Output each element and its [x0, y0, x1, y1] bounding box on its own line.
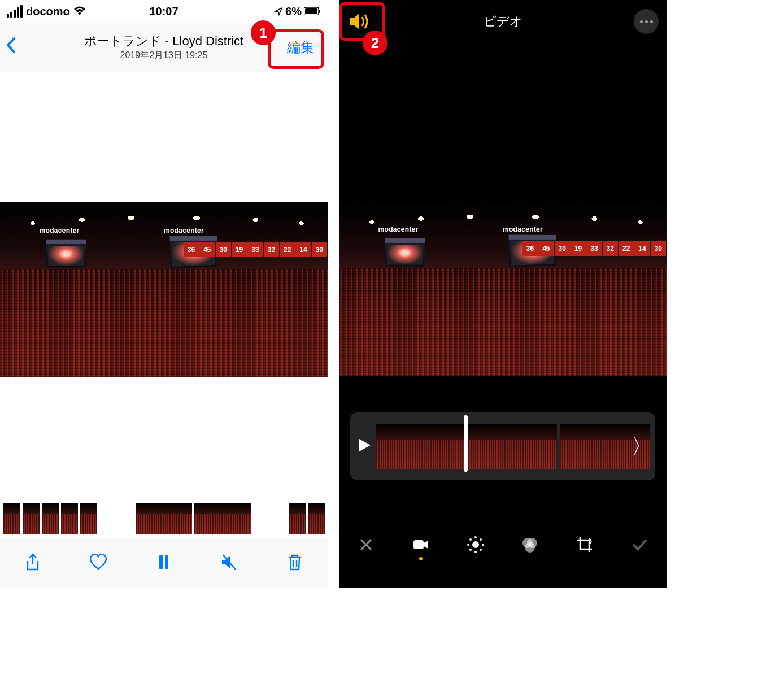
viewer-toolbar	[0, 538, 328, 588]
video-tab[interactable]	[412, 536, 430, 560]
svg-point-8	[480, 539, 481, 540]
svg-rect-5	[413, 540, 424, 549]
favorite-button[interactable]	[89, 553, 108, 574]
scrub-thumb[interactable]	[468, 424, 558, 469]
thumb[interactable]	[3, 503, 20, 534]
carrier-label: docomo	[26, 5, 70, 18]
edit-header: ビデオ	[339, 0, 667, 43]
thumb[interactable]	[308, 503, 325, 534]
video-preview-edit[interactable]: modacenter modacenter 3645 3019 3332 221…	[339, 201, 667, 376]
svg-point-11	[475, 551, 476, 553]
svg-point-12	[470, 549, 471, 550]
thumb[interactable]	[80, 503, 97, 534]
thumb[interactable]	[289, 503, 306, 534]
svg-rect-2	[319, 10, 320, 13]
left-phone-viewer: docomo 10:07 6% ポートランド - Lloyd District …	[0, 0, 328, 588]
filmstrip[interactable]	[0, 498, 328, 538]
video-scrubber[interactable]: 〈 〉	[350, 412, 655, 480]
play-button[interactable]	[356, 437, 373, 456]
trim-handle-right[interactable]: 〉	[631, 433, 652, 460]
svg-rect-1	[305, 8, 317, 14]
battery-pct: 6%	[285, 5, 302, 18]
crop-tab[interactable]	[576, 536, 594, 560]
svg-point-9	[482, 544, 484, 545]
scoreboard-ring: 3645 3019 3332 2214 30	[184, 242, 328, 257]
thumb[interactable]	[42, 503, 59, 534]
pause-button[interactable]	[154, 553, 173, 574]
wifi-icon	[73, 6, 86, 16]
filters-tab[interactable]	[521, 536, 539, 560]
svg-point-14	[470, 539, 471, 540]
done-button[interactable]	[630, 536, 648, 560]
share-button[interactable]	[23, 553, 42, 574]
annotation-badge-2: 2	[363, 31, 387, 55]
mute-button[interactable]	[220, 553, 239, 574]
location-icon	[274, 7, 283, 16]
thumb[interactable]	[136, 503, 192, 534]
signal-icon	[7, 5, 23, 18]
time-label: 10:07	[149, 5, 178, 18]
status-bar: docomo 10:07 6%	[0, 0, 328, 23]
annotation-badge-1: 1	[251, 20, 276, 45]
right-phone-editor: ビデオ 2 modacenter modacenter 3645 3019 33…	[339, 0, 667, 588]
video-preview[interactable]: modacenter modacenter 3645 3019 3332 221…	[0, 202, 328, 377]
svg-point-6	[472, 541, 479, 548]
cancel-button[interactable]	[357, 536, 375, 560]
edit-toolbar	[339, 525, 667, 571]
svg-point-13	[468, 544, 469, 545]
photo-title: ポートランド - Lloyd District	[84, 33, 243, 50]
svg-point-17	[525, 542, 535, 553]
trash-button[interactable]	[285, 553, 304, 574]
svg-rect-4	[165, 555, 168, 569]
back-button[interactable]	[6, 36, 17, 58]
more-button[interactable]	[634, 9, 659, 34]
thumb[interactable]	[23, 503, 40, 534]
thumb-current[interactable]	[194, 503, 251, 534]
scrub-thumb[interactable]	[376, 424, 466, 469]
thumb[interactable]	[61, 503, 78, 534]
annotation-box-1	[268, 29, 324, 69]
svg-point-10	[480, 549, 481, 550]
adjust-tab[interactable]	[467, 536, 485, 560]
scoreboard-ring: 3645 3019 3332 2214 30	[522, 241, 667, 256]
svg-point-7	[475, 537, 476, 538]
svg-rect-3	[159, 555, 163, 569]
photo-subtitle: 2019年2月13日 19:25	[84, 50, 243, 62]
battery-icon	[304, 7, 321, 15]
edit-title: ビデオ	[484, 13, 522, 30]
playhead[interactable]	[464, 415, 468, 472]
